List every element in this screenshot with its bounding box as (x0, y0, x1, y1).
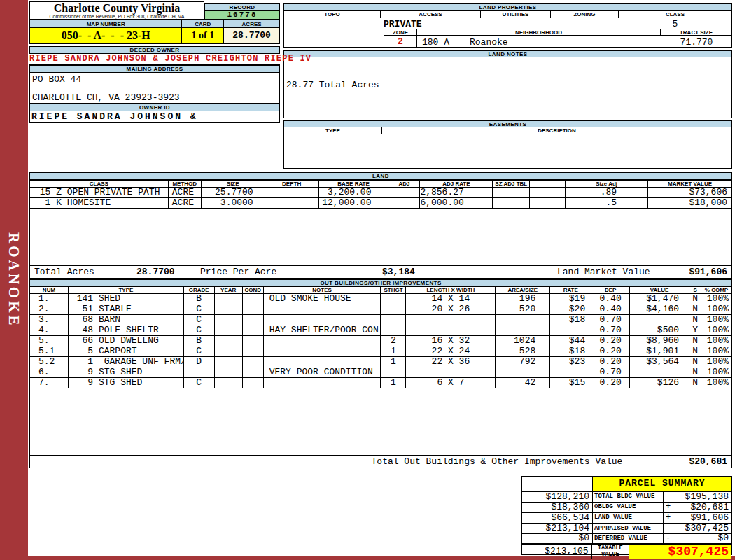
utilities-header: UTILITIES (481, 11, 551, 18)
zone-value: 2 (384, 36, 417, 48)
method: ACRE (169, 188, 202, 197)
area: 528 (496, 346, 550, 356)
col-s: S (690, 286, 701, 294)
card-value: 1 of 1 (182, 28, 224, 43)
grade: C (184, 315, 215, 325)
land-note: 28.77 Total Acres (286, 80, 379, 90)
s: N (690, 357, 701, 367)
col-method: METHOD (169, 180, 202, 188)
map-number-header: MAP NUMBER (30, 20, 182, 28)
s: N (690, 336, 701, 346)
left-amount: $0 (522, 534, 593, 543)
notes (264, 346, 382, 356)
summary-row: $18,360 OBLDG VALUE + $20,681 (522, 503, 732, 513)
comp: 100% (701, 315, 732, 325)
depth (265, 198, 319, 208)
taxable-row: $213,105 TAXABLE VALUE $307,425 (522, 545, 732, 559)
outbuildings-empty-area (29, 388, 732, 455)
notes (264, 378, 382, 388)
parcel-summary: PARCEL SUMMARY $128,210 TOTAL BLDG VALUE… (522, 476, 732, 555)
col-cond: COND (243, 286, 264, 294)
rate: $20 (550, 304, 592, 314)
base-rate: 3,200.00 (319, 188, 389, 197)
year (215, 304, 243, 314)
address-line-1: PO BOX 44 (30, 74, 81, 85)
access-header: ACCESS (381, 11, 481, 18)
amount: $0 (718, 534, 732, 543)
outbuildings-total-label: Total Out Buildings & Other Improvements… (372, 456, 623, 468)
lxw: 20 X 26 (406, 304, 496, 314)
sthgt: 2 (381, 336, 406, 346)
dep: 0.40 (592, 294, 630, 304)
deeded-owner-header: DEEDED OWNER (29, 46, 280, 54)
cond (243, 336, 264, 346)
s: Y (690, 326, 701, 335)
type: 48 POLE SHELTR (69, 326, 184, 335)
dep: 0.70 (592, 368, 630, 377)
outbuilding-row: 5. 66 OLD DWELLNGB216 X 321024$440.20$8,… (29, 336, 732, 346)
outbuildings-title: OUT BUILDINGS/OTHER IMPROVEMENTS (29, 279, 732, 286)
adj (388, 198, 420, 208)
amount: $91,606 (690, 513, 732, 523)
sz-adj-tbl (493, 188, 530, 197)
cond (243, 315, 264, 325)
land-properties-header: LAND PROPERTIES (284, 4, 732, 11)
county-title: Charlotte County Virginia (30, 2, 204, 14)
dep: 0.20 (592, 378, 630, 388)
comp: 100% (701, 368, 732, 377)
grade: C (184, 326, 215, 335)
rate: $15 (550, 378, 592, 388)
easements-header: EASEMENTS (284, 120, 732, 127)
lxw: 6 X 7 (406, 378, 496, 388)
grade: D (184, 357, 215, 367)
sthgt (381, 294, 406, 304)
topo-header: TOPO (284, 11, 381, 18)
comp: 100% (701, 346, 732, 356)
lxw (406, 368, 496, 377)
area (496, 315, 550, 325)
summary-label: APPRAISED VALUE (593, 524, 664, 533)
blank (530, 198, 566, 208)
col-depth: DEPTH (265, 180, 319, 188)
cond (243, 346, 264, 356)
num: 5. (30, 336, 69, 346)
col-pct-comp: % COMP (701, 286, 732, 294)
type: 51 STABLE (69, 304, 184, 314)
cond (243, 304, 264, 314)
left-amount: $213,105 (522, 545, 592, 559)
summary-label: OBLDG VALUE (593, 503, 664, 512)
year (215, 368, 243, 377)
num: 5.1 (30, 346, 69, 356)
sthgt: 1 (381, 357, 406, 367)
rate (550, 368, 592, 377)
grade: C (184, 346, 215, 356)
col-adj-rate: ADJ RATE (420, 180, 493, 188)
easements-box (284, 134, 732, 169)
value: $1,901 (630, 346, 690, 356)
mailing-address-box: PO BOX 44 CHARLOTTE CH, VA 23923-3923 (29, 73, 280, 104)
num: 6. (30, 368, 69, 377)
dep: 0.40 (592, 304, 630, 314)
lxw: 22 X 36 (406, 357, 496, 367)
method: ACRE (169, 198, 202, 208)
type: 9 STG SHED (69, 378, 184, 388)
land-row: 1 K HOMESITE ACRE 3.0000 12,000.00 6,000… (29, 198, 732, 209)
map-number-value: 050- - A- - - 23-H (30, 28, 182, 43)
land-properties-section: LAND PROPERTIES TOPO ACCESS UTILITIES ZO… (284, 4, 732, 48)
land-table-head: CLASS METHOD SIZE DEPTH BASE RATE ADJ AD… (29, 180, 732, 188)
amount: $195,138 (685, 492, 732, 502)
col-size-adj: Size Adj (566, 180, 648, 188)
rate: $18 (550, 346, 592, 356)
area (496, 368, 550, 377)
type: 5 CARPORT (69, 346, 184, 356)
size-adj: .89 (566, 188, 648, 197)
notes (264, 357, 382, 367)
sz-adj-tbl (493, 198, 530, 208)
outbuilding-row: 3. 68 BARNC$180.70N100% (29, 315, 732, 326)
summary-row: $213,104 APPRAISED VALUE $307,425 (522, 524, 732, 534)
left-amount: $18,360 (522, 503, 593, 512)
land-notes-header: LAND NOTES (284, 50, 732, 57)
comp: 100% (701, 378, 732, 388)
comp: 100% (701, 357, 732, 367)
cond (243, 368, 264, 377)
